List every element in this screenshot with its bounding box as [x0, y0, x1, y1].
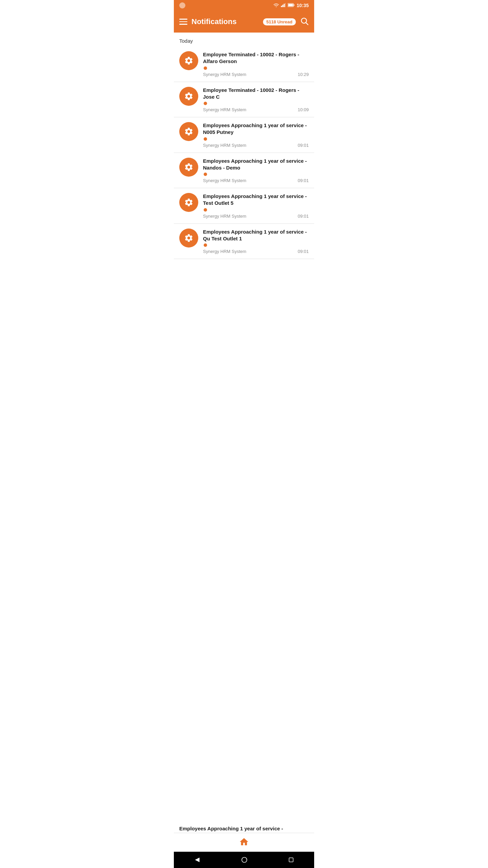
home-button[interactable] — [239, 837, 249, 848]
unread-badge: 5118 Unread — [263, 18, 296, 25]
notification-icon — [179, 51, 198, 70]
android-back-button[interactable] — [194, 856, 201, 863]
android-home-button[interactable] — [241, 856, 248, 863]
unread-indicator — [204, 208, 207, 212]
notification-source: Synergy HRM System — [203, 178, 246, 183]
notification-content: Employees Approaching 1 year of service … — [203, 122, 309, 148]
battery-icon — [288, 2, 294, 8]
unread-indicator — [204, 66, 207, 70]
notification-source: Synergy HRM System — [203, 72, 246, 77]
notification-content: Employees Approaching 1 year of service … — [203, 158, 309, 183]
svg-marker-9 — [195, 857, 200, 862]
notification-item[interactable]: Employees Approaching 1 year of service … — [174, 224, 314, 259]
app-bar: Notifications 5118 Unread — [174, 11, 314, 33]
signal-icon — [281, 2, 286, 8]
notification-item[interactable]: Employee Terminated - 10002 - Rogers - J… — [174, 82, 314, 118]
notification-time: 09:01 — [298, 249, 309, 254]
notification-meta: Synergy HRM System 10:29 — [203, 72, 309, 77]
notification-time: 09:01 — [298, 214, 309, 219]
notification-item[interactable]: Employees Approaching 1 year of service … — [174, 153, 314, 189]
android-nav-bar — [174, 852, 314, 868]
notification-icon — [179, 87, 198, 106]
notification-icon — [179, 122, 198, 141]
notification-item[interactable]: Employee Terminated - 10002 - Rogers - A… — [174, 46, 314, 82]
notification-content: Employees Approaching 1 year of service … — [203, 229, 309, 254]
notification-item[interactable]: Employees Approaching 1 year of service … — [174, 188, 314, 224]
search-button[interactable] — [300, 17, 309, 27]
notification-list: Employee Terminated - 10002 - Rogers - A… — [174, 46, 314, 821]
notification-title: Employees Approaching 1 year of service … — [203, 158, 309, 176]
notification-meta: Synergy HRM System 09:01 — [203, 178, 309, 183]
notification-content: Employee Terminated - 10002 - Rogers - J… — [203, 87, 309, 113]
svg-rect-0 — [281, 6, 282, 7]
notification-meta: Synergy HRM System 10:09 — [203, 107, 309, 112]
svg-rect-6 — [288, 4, 293, 6]
notification-meta: Synergy HRM System 09:01 — [203, 143, 309, 148]
notification-title: Employees Approaching 1 year of service … — [203, 193, 309, 212]
notification-source: Synergy HRM System — [203, 107, 246, 112]
unread-indicator — [204, 137, 207, 141]
notification-content: Employee Terminated - 10002 - Rogers - A… — [203, 51, 309, 77]
menu-button[interactable] — [179, 19, 187, 25]
notification-title: Employees Approaching 1 year of service … — [203, 229, 309, 247]
svg-rect-1 — [282, 5, 283, 7]
svg-rect-5 — [294, 4, 294, 6]
svg-point-10 — [242, 857, 247, 863]
notification-time: 09:01 — [298, 178, 309, 183]
notification-time: 10:09 — [298, 107, 309, 112]
svg-rect-3 — [285, 3, 286, 7]
notification-icon — [179, 193, 198, 212]
svg-line-8 — [306, 23, 308, 25]
notification-icon — [179, 158, 198, 177]
notification-title: Employee Terminated - 10002 - Rogers - J… — [203, 87, 309, 105]
notification-time: 09:01 — [298, 143, 309, 148]
app-logo-icon — [179, 2, 185, 8]
status-bar: 10:35 — [174, 0, 314, 11]
page-title: Notifications — [191, 17, 258, 26]
notification-title: Employee Terminated - 10002 - Rogers - A… — [203, 51, 309, 70]
status-time: 10:35 — [297, 3, 309, 8]
unread-indicator — [204, 102, 207, 105]
notification-meta: Synergy HRM System 09:01 — [203, 249, 309, 254]
partial-notification-text: Employees Approaching 1 year of service … — [179, 826, 283, 831]
svg-rect-2 — [284, 4, 285, 7]
notification-source: Synergy HRM System — [203, 214, 246, 219]
status-bar-right: 10:35 — [273, 2, 309, 8]
svg-rect-11 — [289, 858, 293, 862]
notification-source: Synergy HRM System — [203, 249, 246, 254]
notification-time: 10:29 — [298, 72, 309, 77]
notification-item[interactable]: Employees Approaching 1 year of service … — [174, 117, 314, 153]
status-bar-left — [179, 2, 185, 8]
notification-meta: Synergy HRM System 09:01 — [203, 214, 309, 219]
notification-icon — [179, 229, 198, 248]
wifi-icon — [273, 2, 279, 8]
notification-source: Synergy HRM System — [203, 143, 246, 148]
unread-indicator — [204, 173, 207, 176]
partial-notification: Employees Approaching 1 year of service … — [174, 821, 314, 833]
android-recent-button[interactable] — [288, 857, 294, 863]
notification-content: Employees Approaching 1 year of service … — [203, 193, 309, 219]
section-today-label: Today — [174, 33, 314, 46]
unread-indicator — [204, 243, 207, 247]
bottom-nav — [174, 833, 314, 852]
notification-title: Employees Approaching 1 year of service … — [203, 122, 309, 141]
